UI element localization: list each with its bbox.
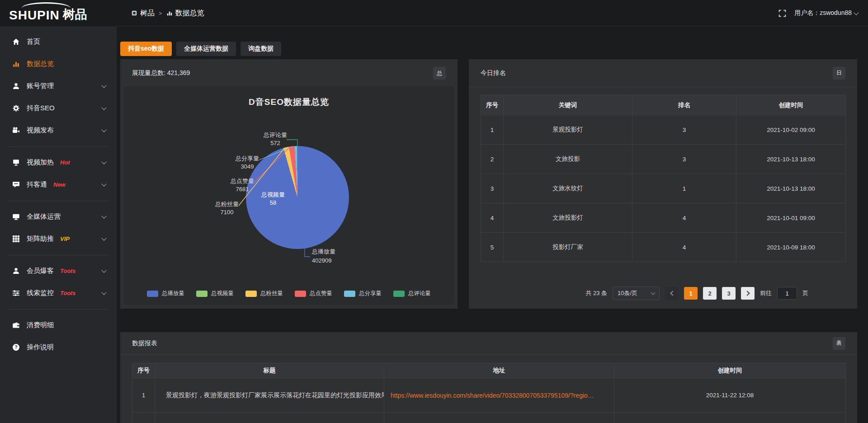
table-cell: 2021-10-01 09:00 [736,203,846,233]
legend-item-fans[interactable]: 总粉丝量 [245,290,283,297]
sidebar-item-data-overview[interactable]: 数据总览 [0,53,117,75]
day-badge-button[interactable]: 日 [833,67,845,80]
chart-title: D音SEO数据量总览 [124,96,454,108]
column-header: 序号 [132,363,155,378]
table-cell [132,413,155,423]
sidebar-item-operation-guide[interactable]: ? 操作说明 [0,336,117,358]
sidebar-item-lead-monitoring[interactable]: 线索监控 Tools [0,282,117,304]
table-cell: 1 [132,378,155,413]
sidebar-item-member-baoke[interactable]: 会员爆客 Tools [0,260,117,282]
tools-badge: Tools [60,290,75,296]
sidebar-item-label: 矩阵助推 [27,235,54,243]
goto-page-input[interactable] [777,287,797,300]
chevron-down-icon [101,290,106,295]
topbar-divider [117,0,868,26]
sidebar: 首页 数据总览 账号管理 抖音SEO 视频发布 视频加热 Hot [0,26,117,423]
bar-chart-icon [12,60,20,68]
table-row: 1 景观投影灯，夜游景观投影灯厂家展示展示落花灯在花园里的灯光投影应用效果 # … [132,378,846,413]
table-header-row: 序号 关键词 排名 创建时间 [481,95,846,115]
table-cell: 2021-11-22 12:08 [614,378,846,413]
screen-icon [12,159,20,167]
next-page-button[interactable] [741,287,755,300]
bar-chart-icon [166,10,173,16]
fullscreen-icon[interactable] [778,9,786,17]
goto-label: 前往 [760,289,772,297]
chevron-down-icon [101,235,106,240]
legend-item-videos[interactable]: 总视频量 [196,290,234,297]
sidebar-item-consumption-details[interactable]: 消费明细 [0,314,117,336]
table-cell: 文旅水纹灯 [504,174,632,203]
table-badge-button[interactable]: 表 [833,337,845,350]
video-title-cell: 景观投影灯，夜游景观投影灯厂家展示展示落花灯在花园里的灯光投影应用效果 # [155,378,384,413]
table-cell: 3 [632,145,736,174]
menu-divider [0,304,117,314]
user-icon [12,82,20,90]
sidebar-item-home[interactable]: 首页 [0,31,117,53]
sidebar-item-matrix-boost[interactable]: 矩阵助推 VIP [0,228,117,250]
pie-chart-area: D音SEO数据量总览 总评论量572 总分享量3049 总点赞量7681 总粉丝… [124,86,454,305]
page-button-3[interactable]: 3 [722,287,736,300]
tab-douyin-seo-data[interactable]: 抖音seo数据 [120,42,172,56]
column-header: 排名 [632,95,736,115]
video-link[interactable]: https://www.iesdouyin.com/share/video/70… [384,378,614,413]
total-badge-button[interactable]: 总 [433,67,446,80]
sidebar-item-douketong[interactable]: 抖客通 New [0,174,117,196]
tab-inquiry-data[interactable]: 询盘数据 [241,42,281,56]
app-logo: SHUPIN 树品 [9,0,87,26]
table-row: 5投影灯厂家42021-10-09 18:00 [481,233,846,262]
logo-text-en: SHUPIN [9,8,60,23]
pie-label-videos: 总视频量58 [261,191,285,207]
sidebar-item-label: 抖客通 [27,180,47,189]
page-size-select[interactable]: 10条/页 [613,287,660,300]
table-cell: 4 [481,203,504,233]
sidebar-item-label: 消费明细 [27,321,54,329]
table-header-row: 序号 标题 地址 创建时间 [132,363,846,378]
table-cell: 2021-10-02 09:00 [736,115,846,145]
legend-swatch [344,291,355,297]
video-camera-icon [12,127,20,135]
legend-item-comments[interactable]: 总评论量 [393,290,431,297]
table-cell: 1 [632,174,736,203]
legend-item-likes[interactable]: 总点赞量 [295,290,332,297]
impressions-panel-header: 展现量总数: 421,369 总 [120,59,458,87]
impressions-panel: 展现量总数: 421,369 总 D音SEO数据量总览 总评论量572 总分享量… [120,59,458,309]
username-label: 用户名：zswodun88 [794,9,852,17]
gear-icon [12,104,20,113]
pagination: 共 23 条 10条/页 1 2 3 前往 页 [585,287,808,300]
menu-divider [0,141,117,151]
table-cell: 2021-10-09 18:00 [736,233,846,262]
impressions-total-label: 展现量总数: 421,369 [132,69,190,77]
legend-item-plays[interactable]: 总播放量 [147,290,184,297]
sidebar-item-account-management[interactable]: 账号管理 [0,75,117,97]
page-button-2[interactable]: 2 [703,287,717,300]
sidebar-item-video-heating[interactable]: 视频加热 Hot [0,151,117,174]
legend-swatch [295,291,306,297]
breadcrumb-current[interactable]: 数据总览 [166,9,204,18]
sidebar-item-video-publish[interactable]: 视频发布 [0,119,117,141]
pie-label-shares: 总分享量3049 [236,155,259,171]
chevron-right-icon [745,291,750,296]
tab-media-operation-data[interactable]: 全媒体运营数据 [176,42,236,56]
grid-icon [12,235,20,243]
sidebar-item-media-operation[interactable]: 全媒体运营 [0,206,117,228]
pagination-total: 共 23 条 [585,289,607,297]
table-row: 3文旅水纹灯12021-10-13 18:00 [481,174,846,203]
sidebar-item-label: 首页 [27,38,40,46]
prev-page-button[interactable] [665,287,679,300]
sidebar-item-douyin-seo[interactable]: 抖音SEO [0,97,117,119]
ranking-panel-title: 今日排名 [481,69,506,77]
table-cell: 景观投影灯 [504,115,632,145]
report-table: 序号 标题 地址 创建时间 1 景观投影灯，夜游景观投影灯厂家展示展示落花灯在花… [132,363,846,423]
new-badge: New [53,181,66,188]
home-icon [12,38,20,46]
column-header: 创建时间 [736,95,846,115]
hot-badge: Hot [60,159,70,166]
chevron-down-icon [101,159,106,164]
breadcrumb-root[interactable]: 树品 [131,9,155,18]
wallet-icon [12,321,20,329]
vip-badge: VIP [60,235,70,242]
pie-label-fans: 总粉丝量7100 [215,200,239,216]
user-menu[interactable]: 用户名：zswodun88 [794,9,858,17]
page-button-1[interactable]: 1 [684,287,698,300]
legend-item-shares[interactable]: 总分享量 [344,290,382,297]
